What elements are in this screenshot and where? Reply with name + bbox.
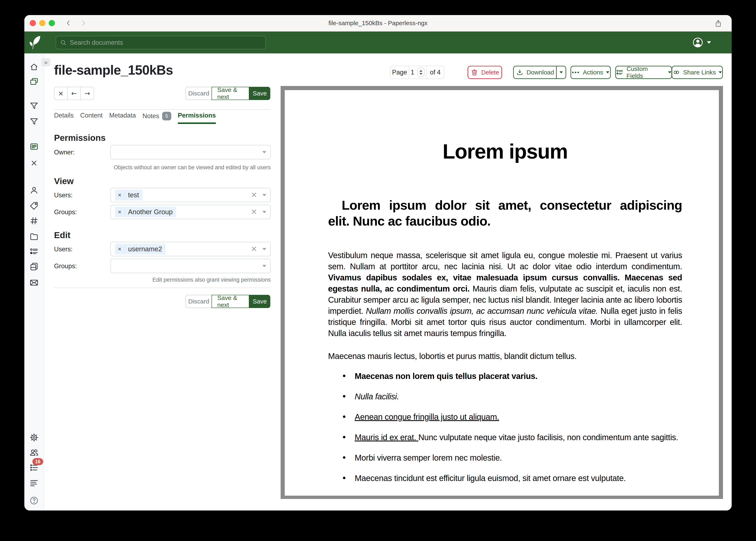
chevron-down-icon xyxy=(668,71,671,73)
chevron-down-icon xyxy=(262,194,266,196)
edit-groups-select[interactable] xyxy=(110,259,271,273)
sidebar-item-tasks[interactable]: 16 xyxy=(24,461,44,474)
mail-icon xyxy=(29,278,39,287)
save-and-next-button[interactable]: Save & next xyxy=(211,87,249,100)
chevron-down-icon xyxy=(606,71,609,73)
page-number-field[interactable] xyxy=(409,66,427,79)
pdf-paragraph-1: Vestibulum neque massa, scelerisque sit … xyxy=(328,250,682,339)
filter-icon xyxy=(29,117,39,126)
share-links-button[interactable]: Share Links xyxy=(672,66,723,79)
sidebar-expand-button[interactable]: » xyxy=(41,58,50,67)
actions-button[interactable]: ••• Actions xyxy=(571,66,611,79)
save-and-next-button[interactable]: Save & next xyxy=(211,295,249,308)
sidebar-item-document-types[interactable] xyxy=(24,215,44,227)
pdf-bullet-list: Maecenas non lorem quis tellus placerat … xyxy=(328,370,682,484)
permissions-heading: Permissions xyxy=(54,133,106,143)
user-menu[interactable] xyxy=(692,37,711,48)
divider xyxy=(54,287,271,288)
save-button[interactable]: Save xyxy=(249,87,270,100)
clear-select-icon[interactable]: ✕ xyxy=(251,191,257,199)
next-document-button[interactable]: → xyxy=(80,87,94,100)
sidebar-item-dashboard[interactable] xyxy=(24,61,44,73)
sidebar-item-documents[interactable] xyxy=(24,76,44,88)
previous-document-button[interactable]: ← xyxy=(67,87,81,100)
zoom-window-button[interactable] xyxy=(49,20,55,26)
remove-chip-icon[interactable]: × xyxy=(115,209,125,216)
clear-select-icon[interactable]: ✕ xyxy=(251,208,257,216)
document-title: file-sample_150kBs xyxy=(54,63,173,78)
sidebar-item-open-document[interactable] xyxy=(24,140,44,153)
page-number-input[interactable] xyxy=(411,69,415,76)
person-icon xyxy=(29,186,39,195)
close-icon xyxy=(29,158,39,168)
owner-select[interactable] xyxy=(110,145,271,159)
edit-groups-label: Groups: xyxy=(54,263,77,270)
pdf-paragraph-2: Maecenas mauris lectus, lobortis et puru… xyxy=(328,350,682,362)
step-up-icon[interactable] xyxy=(419,70,422,72)
tab-permissions[interactable]: Permissions xyxy=(178,112,216,124)
sidebar-item-custom-fields[interactable] xyxy=(24,245,44,258)
download-split-button: Download xyxy=(513,66,566,79)
chevron-down-icon xyxy=(262,248,266,250)
owner-helper-text: Objects without an owner can be viewed a… xyxy=(54,164,271,171)
search-icon xyxy=(60,39,67,46)
sidebar-item-users-groups[interactable] xyxy=(24,446,44,459)
chevron-down-icon xyxy=(707,41,711,44)
close-document-button[interactable]: × xyxy=(54,87,68,100)
remove-chip-icon[interactable]: × xyxy=(115,246,125,253)
delete-button[interactable]: Delete xyxy=(468,66,502,79)
custom-fields-button[interactable]: Custom Fields xyxy=(615,66,672,79)
help-icon xyxy=(29,496,39,505)
discard-button[interactable]: Discard xyxy=(185,87,212,100)
share-icon[interactable] xyxy=(714,19,723,28)
document-preview-frame[interactable]: Lorem ipsum Lorem ipsum dolor sit amet, … xyxy=(281,86,723,499)
view-heading: View xyxy=(54,176,74,186)
sidebar-item-storage-paths[interactable] xyxy=(24,230,44,243)
sidebar-item-saved-view-2[interactable] xyxy=(24,115,44,128)
download-icon xyxy=(516,68,524,76)
save-button[interactable]: Save xyxy=(249,295,270,308)
download-options-button[interactable] xyxy=(556,66,566,79)
remove-chip-icon[interactable]: × xyxy=(115,192,125,199)
pdf-page: Lorem ipsum Lorem ipsum dolor sit amet, … xyxy=(285,90,719,496)
sidebar-item-correspondents[interactable] xyxy=(24,184,44,197)
sidebar-item-mail[interactable] xyxy=(24,276,44,289)
clear-select-icon[interactable]: ✕ xyxy=(251,245,257,253)
divider xyxy=(54,109,271,110)
view-users-select[interactable]: × test ✕ xyxy=(110,188,271,202)
tab-content[interactable]: Content xyxy=(80,112,103,123)
download-button[interactable]: Download xyxy=(513,66,557,79)
edit-users-select[interactable]: × username2 ✕ xyxy=(110,242,271,256)
chevron-down-icon xyxy=(262,151,266,153)
minimize-window-button[interactable] xyxy=(39,20,45,26)
discard-button[interactable]: Discard xyxy=(185,295,212,308)
back-icon[interactable] xyxy=(65,19,72,27)
sidebar-item-saved-view-1[interactable] xyxy=(24,100,44,112)
close-window-button[interactable] xyxy=(30,20,36,26)
filter-icon xyxy=(29,101,39,111)
tab-notes[interactable]: Notes5 xyxy=(143,112,171,124)
gear-icon xyxy=(29,433,39,442)
sidebar-item-settings[interactable] xyxy=(24,431,44,444)
sidebar-item-close-all[interactable] xyxy=(24,157,44,169)
view-groups-select[interactable]: × Another Group ✕ xyxy=(110,205,271,219)
chevron-down-icon xyxy=(719,71,722,73)
macos-titlebar: file-sample_150kBs - Paperless-ngx xyxy=(24,15,732,32)
document-nav-group: × ← → xyxy=(54,87,94,100)
tab-details[interactable]: Details xyxy=(54,112,74,123)
list-item: Mauris id ex erat. Nunc vulputate neque … xyxy=(328,432,682,443)
sidebar-item-help[interactable] xyxy=(24,494,44,507)
search-input[interactable] xyxy=(70,39,262,46)
tab-metadata[interactable]: Metadata xyxy=(109,112,136,123)
close-icon: × xyxy=(58,90,64,97)
search-bar[interactable] xyxy=(56,36,266,49)
step-down-icon[interactable] xyxy=(419,73,422,75)
forward-icon[interactable] xyxy=(80,19,87,27)
page-stepper[interactable] xyxy=(417,67,425,77)
logs-icon xyxy=(29,478,39,488)
sidebar-item-logs[interactable] xyxy=(24,477,44,489)
sidebar-item-tags[interactable] xyxy=(24,200,44,212)
sidebar-item-file-tasks[interactable] xyxy=(24,261,44,273)
edit-users-label: Users: xyxy=(54,246,73,253)
paperless-logo-icon xyxy=(28,34,41,51)
